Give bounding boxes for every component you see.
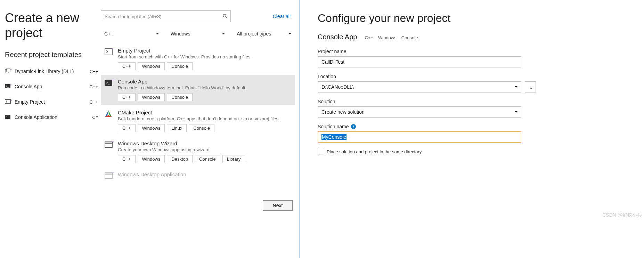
solution-name-input[interactable]: MyConsole <box>318 131 521 143</box>
search-box <box>101 10 231 22</box>
svg-text:>_: >_ <box>6 85 9 88</box>
solution-name-label: Solution name <box>318 124 349 129</box>
template-desc: Create your own Windows app using a wiza… <box>118 147 290 152</box>
template-title: Console App <box>118 79 290 84</box>
filter-value: Windows <box>171 31 190 37</box>
svg-line-11 <box>226 17 227 18</box>
tag: Console <box>189 124 214 132</box>
filter-value: C++ <box>104 31 113 37</box>
watermark: CSDN @蚂蚁小兵 <box>602 212 642 218</box>
project-type-filter[interactable]: All project types <box>233 29 295 39</box>
recent-item-lang: C++ <box>87 68 101 75</box>
tag: Windows <box>378 35 397 40</box>
selected-template-name: Console App <box>318 33 357 41</box>
template-desktop-application[interactable]: ++ Windows Desktop Application <box>101 168 295 185</box>
project-name-input[interactable] <box>318 56 521 67</box>
configure-project-panel: Configure your new project Console App C… <box>300 0 644 258</box>
desktop-wizard-icon: ++ <box>105 140 114 150</box>
svg-text:++: ++ <box>111 48 114 51</box>
recent-item-label: Empty Project <box>15 99 84 105</box>
location-label: Location <box>318 74 630 79</box>
dll-icon: ++ <box>5 68 12 75</box>
tag: Windows <box>138 124 165 132</box>
cmake-icon <box>105 110 114 119</box>
svg-text:++: ++ <box>111 140 114 144</box>
solution-select[interactable]: Create new solution <box>318 106 521 118</box>
template-empty-project[interactable]: ++ Empty Project Start from scratch with… <box>101 44 295 74</box>
solution-label: Solution <box>318 99 630 104</box>
location-input[interactable]: D:\CANoeDLL\ <box>318 81 521 92</box>
tag: C++ <box>118 124 136 132</box>
tag: Library <box>222 155 245 163</box>
svg-text:++: ++ <box>111 171 114 175</box>
empty-project-icon: ++ <box>105 48 114 57</box>
solution-name-value: MyConsole <box>321 134 347 140</box>
tag: Console <box>195 155 220 163</box>
recent-item-empty-project[interactable]: ++ Empty Project C++ <box>5 95 101 109</box>
same-directory-label: Place solution and project in the same d… <box>327 149 422 154</box>
template-title: CMake Project <box>118 110 290 115</box>
same-directory-checkbox[interactable] <box>318 149 323 154</box>
tag: Console <box>167 93 193 101</box>
clear-all-link[interactable]: Clear all <box>273 14 291 19</box>
recent-item-console-application[interactable]: >_ Console Application C# <box>5 110 101 124</box>
language-filter[interactable]: C++ <box>101 29 162 39</box>
recent-item-dll[interactable]: ++ Dynamic-Link Library (DLL) C++ <box>5 64 101 78</box>
recent-item-label: Console App <box>15 84 84 90</box>
recent-templates-list: ++ Dynamic-Link Library (DLL) C++ >_++ C… <box>5 64 101 124</box>
recent-item-console-app[interactable]: >_++ Console App C++ <box>5 80 101 94</box>
tag: Windows <box>138 93 165 101</box>
svg-text:++: ++ <box>111 79 114 82</box>
template-list: ++ Empty Project Start from scratch with… <box>101 44 295 185</box>
location-value: D:\CANoeDLL\ <box>321 84 354 90</box>
info-icon[interactable]: i <box>351 124 356 129</box>
template-cmake-project[interactable]: CMake Project Build modern, cross-platfo… <box>101 106 295 136</box>
platform-filter[interactable]: Windows <box>167 29 229 39</box>
recent-item-lang: C++ <box>87 99 101 105</box>
tag: Console <box>401 35 418 40</box>
solution-value: Create new solution <box>321 109 365 115</box>
recent-templates-heading: Recent project templates <box>5 51 101 59</box>
template-title: Windows Desktop Wizard <box>118 140 290 146</box>
empty-project-icon: ++ <box>5 98 12 105</box>
tag: C++ <box>118 62 136 70</box>
tag: Desktop <box>167 155 193 163</box>
desktop-app-icon: ++ <box>105 171 114 181</box>
recent-item-label: Dynamic-Link Library (DLL) <box>15 68 84 74</box>
svg-point-10 <box>223 14 226 17</box>
filter-value: All project types <box>237 31 271 37</box>
svg-text:++: ++ <box>10 99 12 102</box>
tag: C++ <box>118 155 136 163</box>
template-desktop-wizard[interactable]: ++ Windows Desktop Wizard Create your ow… <box>101 137 295 167</box>
svg-text:>_: >_ <box>106 81 110 84</box>
console-icon: >_++ <box>105 79 114 88</box>
recent-item-lang: C# <box>89 114 101 121</box>
console-icon: >_ <box>5 114 12 121</box>
template-console-app[interactable]: >_++ Console App Run code in a Windows t… <box>101 75 295 105</box>
console-icon: >_++ <box>5 83 12 90</box>
tag: C++ <box>118 93 136 101</box>
browse-button[interactable]: ... <box>525 81 536 92</box>
template-title: Windows Desktop Application <box>118 171 290 177</box>
recent-item-label: Console Application <box>15 114 87 120</box>
page-title: Create a new project <box>5 10 95 40</box>
tag: Console <box>167 62 193 70</box>
search-input[interactable] <box>101 10 231 22</box>
template-title: Empty Project <box>118 48 290 54</box>
configure-title: Configure your new project <box>318 12 630 25</box>
project-name-label: Project name <box>318 49 630 54</box>
next-button[interactable]: Next <box>263 200 293 211</box>
tag: Windows <box>138 155 165 163</box>
template-desc: Run code in a Windows terminal. Prints "… <box>118 85 290 90</box>
search-icon <box>222 14 228 19</box>
recent-item-lang: C++ <box>87 83 101 90</box>
tag: Windows <box>138 62 165 70</box>
svg-text:++: ++ <box>10 84 12 86</box>
tag: C++ <box>365 35 373 40</box>
svg-text:++: ++ <box>10 68 12 71</box>
template-desc: Build modern, cross-platform C++ apps th… <box>118 116 290 121</box>
template-desc: Start from scratch with C++ for Windows.… <box>118 54 290 59</box>
tag: Linux <box>167 124 187 132</box>
svg-text:>_: >_ <box>6 115 9 118</box>
create-project-panel: Create a new project Recent project temp… <box>0 0 300 258</box>
